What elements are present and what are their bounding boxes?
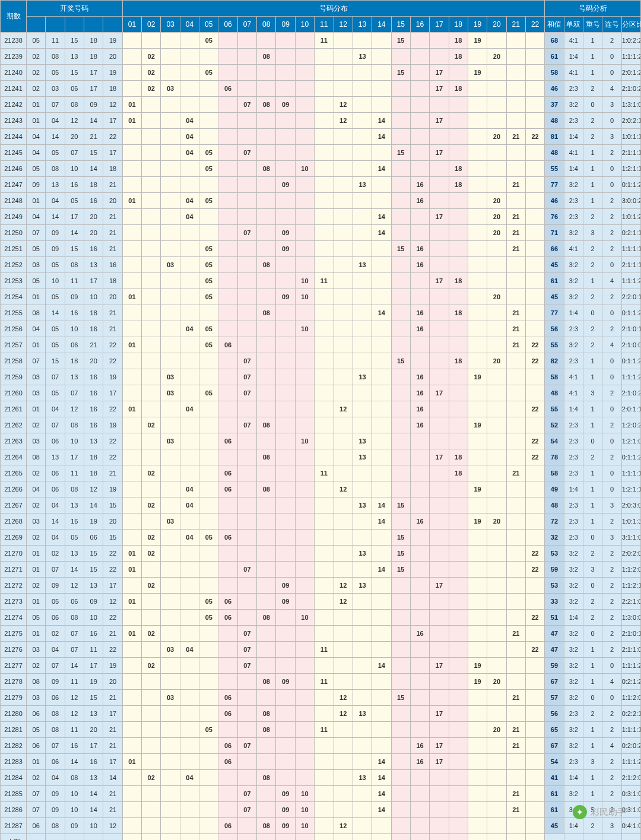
table-row: 2126408131718220813171822782:3220:1:1:2:…	[1, 449, 641, 465]
table-row: 2127202091213170209121317533:2021:1:2:1:…	[1, 578, 641, 594]
table-row: 2127808091119200809111920673:2140:2:1:2:…	[1, 674, 641, 690]
table-row: 2126502061118210206111821582:3101:1:1:1:…	[1, 465, 641, 481]
table-row: 2124709131618210913161821773:2100:1:1:2:…	[1, 177, 641, 193]
header-num-13: 13	[353, 17, 372, 33]
header-num-04: 04	[180, 17, 199, 33]
table-row: 2124002051517190205151719584:1102:0:1:2:…	[1, 65, 641, 81]
header-period: 期数	[1, 1, 27, 33]
table-row: 2126902040506150204050615322:3033:1:1:0:…	[1, 530, 641, 546]
table-row: 2128607091014210709101421613:2520:3:1:0:…	[1, 802, 641, 818]
table-row: 2127903061215210306121521573:2001:1:2:0:…	[1, 690, 641, 706]
header-num-11: 11	[315, 17, 334, 33]
table-row: 2128206071617210607161721673:2140:2:0:2:…	[1, 738, 641, 754]
table-row: 2125007091420210709142021713:2320:2:1:1:…	[1, 225, 641, 241]
table-row: 2128105081120210508112021653:2121:1:1:1:…	[1, 722, 641, 738]
table-row: 2128301061416170106141617542:3321:1:1:2:…	[1, 754, 641, 770]
header-num-07: 07	[237, 17, 256, 33]
header-num-12: 12	[334, 17, 353, 33]
table-row: 2125903071316190307131619584:1101:1:1:2:…	[1, 369, 641, 385]
table-row: 2127301050609120105060912333:2222:2:1:0:…	[1, 594, 641, 610]
wechat-icon: ✦	[573, 805, 587, 819]
table-row: 2127603040711220304071122473:2122:1:1:0:…	[1, 642, 641, 658]
table-row: 2128507091014210709101421613:2120:3:1:0:…	[1, 786, 641, 802]
table-row: 2124904141720210414172021762:3221:0:1:2:…	[1, 209, 641, 225]
table-row: 2127405060810220506081022511:4221:3:0:0:…	[1, 610, 641, 626]
table-row: 2125807151820220715182022822:3100:1:1:2:…	[1, 353, 641, 369]
header-num-03: 03	[161, 17, 180, 33]
table-row: 2124801040516200104051620462:3123:0:0:2:…	[1, 193, 641, 209]
header-draw: 开奖号码	[27, 1, 123, 17]
table-row: 2125508141618210814161821771:4000:1:1:2:…	[1, 305, 641, 321]
table-row: 2126702041314150204131415482:3132:0:3:0:…	[1, 497, 641, 513]
header-num-17: 17	[430, 17, 449, 33]
table-row: 2126303061013220306101322542:3001:2:1:0:…	[1, 433, 641, 449]
header-num-16: 16	[410, 17, 429, 33]
header-num-08: 08	[257, 17, 276, 33]
header-num-09: 09	[276, 17, 295, 33]
table-row: 2127702071417190207141719593:2101:1:1:2:…	[1, 658, 641, 674]
header-num-15: 15	[391, 17, 410, 33]
current-row: 本期	[1, 834, 641, 841]
header-dist: 号码分布	[122, 1, 545, 17]
table-row: 2125105091516210509151621664:1221:1:1:1:…	[1, 241, 641, 257]
header-num-02: 02	[142, 17, 161, 33]
table-row: 2123805111518190511151819684:1121:0:2:2:…	[1, 33, 641, 49]
header-num-10: 10	[295, 17, 314, 33]
header-num-18: 18	[449, 17, 468, 33]
table-row: 2124201070809120107080912373:2031:3:1:0:…	[1, 97, 641, 113]
table-row: 2126003050716170305071617484:1322:1:0:2:…	[1, 385, 641, 401]
header-num-06: 06	[218, 17, 237, 33]
table-row: 2126101041216220104121622551:4102:0:1:1:…	[1, 401, 641, 417]
table-row: 2128006081213170608121317562:3220:2:2:1:…	[1, 706, 641, 722]
header-num-01: 01	[122, 17, 141, 33]
table-row: 2126604060812190406081219491:4101:2:1:1:…	[1, 481, 641, 497]
table-row: 2124504050715170405071517484:1122:1:1:1:…	[1, 145, 641, 161]
table-row: 2125203050813160305081316453:2202:1:1:1:…	[1, 257, 641, 273]
header-num-20: 20	[487, 17, 506, 33]
table-row: 2125305101117180510111718613:2141:1:1:2:…	[1, 273, 641, 289]
header-num-14: 14	[372, 17, 391, 33]
watermark: ✦ 彩民助手	[573, 805, 626, 819]
table-row: 2124605081014180508101418551:4101:2:1:1:…	[1, 161, 641, 177]
header-num-21: 21	[506, 17, 525, 33]
header-ana: 号码分析	[545, 1, 641, 17]
table-row: 2125401050910200105091020453:2222:2:0:1:…	[1, 289, 641, 305]
table-row: 2127501020716210102071621473:2022:1:0:1:…	[1, 626, 641, 642]
table-row: 2124404142021220414202122811:4231:0:1:1:…	[1, 129, 641, 145]
table-row: 2126803141619200314161920722:3121:0:1:3:…	[1, 513, 641, 530]
table-row: 2127001021315220102131522533:2222:0:2:0:…	[1, 546, 641, 562]
table-row: 2126202070816190207081619522:3121:2:0:2:…	[1, 417, 641, 433]
table-row: 2124102030617180203061718462:3242:1:0:2:…	[1, 81, 641, 97]
header-num-22: 22	[525, 17, 544, 33]
table-row: 2125701050621220105062122553:2242:1:0:0:…	[1, 337, 641, 353]
lottery-table: 期数 开奖号码 号码分布 号码分析 0102030405060708091011…	[0, 0, 641, 840]
header-num-19: 19	[468, 17, 487, 33]
table-row: 2124301041214170104121417482:3202:0:2:1:…	[1, 113, 641, 129]
header-num-05: 05	[199, 17, 218, 33]
table-row: 2125604051016210405101621562:3222:1:0:1:…	[1, 321, 641, 337]
table-row: 2128706080910120608091012451:4230:4:1:0:…	[1, 818, 641, 834]
table-row: 2123902081318200208131820611:4101:1:1:2:…	[1, 49, 641, 65]
table-row: 2128402040813140204081314411:4122:1:2:0:…	[1, 770, 641, 786]
table-row: 2127101071415220107141522593:2321:1:2:0:…	[1, 562, 641, 578]
